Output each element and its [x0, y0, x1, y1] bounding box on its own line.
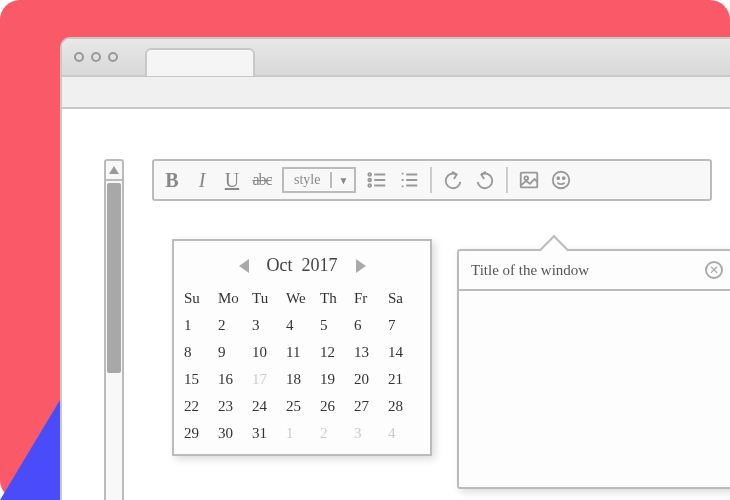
calendar-day[interactable]: 19 [320, 367, 352, 392]
calendar-day[interactable]: 8 [184, 340, 216, 365]
calendar-day[interactable]: 31 [252, 421, 284, 446]
traffic-light-close[interactable] [74, 52, 84, 62]
traffic-light-maximize[interactable] [108, 52, 118, 62]
svg-point-15 [558, 177, 560, 179]
popup-header: Title of the window ✕ [459, 251, 730, 291]
calendar-day[interactable]: 7 [388, 313, 420, 338]
redo-icon[interactable] [474, 169, 496, 191]
calendar-day[interactable]: 13 [354, 340, 386, 365]
strikethrough-button[interactable]: abc [252, 171, 272, 189]
calendar-day[interactable]: 20 [354, 367, 386, 392]
italic-button[interactable]: I [192, 169, 212, 192]
calendar-day[interactable]: 18 [286, 367, 318, 392]
page-content: B I U abc style ▼ [62, 109, 730, 500]
svg-point-1 [369, 179, 372, 182]
calendar-weekday: Th [320, 286, 352, 311]
calendar-day[interactable]: 23 [218, 394, 250, 419]
popup-title: Title of the window [471, 262, 589, 279]
popup-window: Title of the window ✕ [457, 249, 730, 489]
calendar-day[interactable]: 21 [388, 367, 420, 392]
calendar-weekday: Fr [354, 286, 386, 311]
calendar-weekday: We [286, 286, 318, 311]
calendar-day[interactable]: 30 [218, 421, 250, 446]
bullet-list-icon[interactable] [366, 169, 388, 191]
calendar-day[interactable]: 9 [218, 340, 250, 365]
bold-button[interactable]: B [162, 169, 182, 192]
calendar-weekday: Su [184, 286, 216, 311]
chevron-down-icon: ▼ [332, 175, 354, 186]
calendar-day[interactable]: 27 [354, 394, 386, 419]
image-icon[interactable] [518, 169, 540, 191]
calendar-day[interactable]: 17 [252, 367, 284, 392]
window-chrome [62, 39, 730, 77]
calendar-day[interactable]: 16 [218, 367, 250, 392]
calendar-weekday: Sa [388, 286, 420, 311]
calendar-day[interactable]: 4 [388, 421, 420, 446]
prev-month-button[interactable] [239, 259, 249, 273]
calendar-day[interactable]: 4 [286, 313, 318, 338]
calendar-day[interactable]: 11 [286, 340, 318, 365]
calendar-day[interactable]: 5 [320, 313, 352, 338]
calendar-day[interactable]: 1 [286, 421, 318, 446]
calendar-day[interactable]: 14 [388, 340, 420, 365]
calendar-weekday: Tu [252, 286, 284, 311]
separator [506, 167, 508, 193]
vertical-scrollbar[interactable] [104, 159, 124, 500]
svg-point-2 [369, 184, 372, 187]
background: B I U abc style ▼ [0, 0, 730, 500]
emoji-icon[interactable] [550, 169, 572, 191]
triangle-up-icon [109, 166, 119, 174]
svg-point-14 [553, 172, 570, 189]
traffic-light-minimize[interactable] [91, 52, 101, 62]
editor-toolbar: B I U abc style ▼ [152, 159, 712, 201]
calendar-day[interactable]: 29 [184, 421, 216, 446]
calendar-day[interactable]: 15 [184, 367, 216, 392]
scroll-up-button[interactable] [106, 161, 122, 181]
svg-point-0 [369, 173, 372, 176]
calendar-day[interactable]: 28 [388, 394, 420, 419]
calendar-day[interactable]: 1 [184, 313, 216, 338]
numbered-list-icon[interactable] [398, 169, 420, 191]
address-bar[interactable] [62, 77, 730, 109]
svg-point-13 [525, 176, 529, 180]
scroll-thumb[interactable] [107, 183, 121, 373]
browser-window: B I U abc style ▼ [60, 37, 730, 500]
close-button[interactable]: ✕ [705, 261, 723, 279]
calendar-day[interactable]: 2 [218, 313, 250, 338]
browser-tab[interactable] [145, 48, 255, 76]
separator [430, 167, 432, 193]
calendar-day[interactable]: 3 [252, 313, 284, 338]
undo-icon[interactable] [442, 169, 464, 191]
calendar-day[interactable]: 6 [354, 313, 386, 338]
svg-point-16 [563, 177, 565, 179]
calendar-weekday: Mo [218, 286, 250, 311]
style-dropdown[interactable]: style ▼ [282, 167, 356, 193]
calendar-year: 2017 [302, 255, 338, 275]
calendar-day[interactable]: 25 [286, 394, 318, 419]
calendar-day[interactable]: 3 [354, 421, 386, 446]
calendar-day[interactable]: 24 [252, 394, 284, 419]
calendar-widget: Oct 2017 SuMoTuWeThFrSa12345678910111213… [172, 239, 432, 456]
calendar-month: Oct [267, 255, 293, 275]
calendar-day[interactable]: 10 [252, 340, 284, 365]
calendar-header: Oct 2017 [184, 249, 420, 286]
calendar-grid: SuMoTuWeThFrSa12345678910111213141516171… [184, 286, 420, 446]
calendar-day[interactable]: 26 [320, 394, 352, 419]
style-dropdown-label: style [284, 172, 332, 188]
next-month-button[interactable] [356, 259, 366, 273]
underline-button[interactable]: U [222, 169, 242, 192]
calendar-day[interactable]: 22 [184, 394, 216, 419]
calendar-day[interactable]: 12 [320, 340, 352, 365]
calendar-day[interactable]: 2 [320, 421, 352, 446]
calendar-title: Oct 2017 [267, 255, 338, 276]
